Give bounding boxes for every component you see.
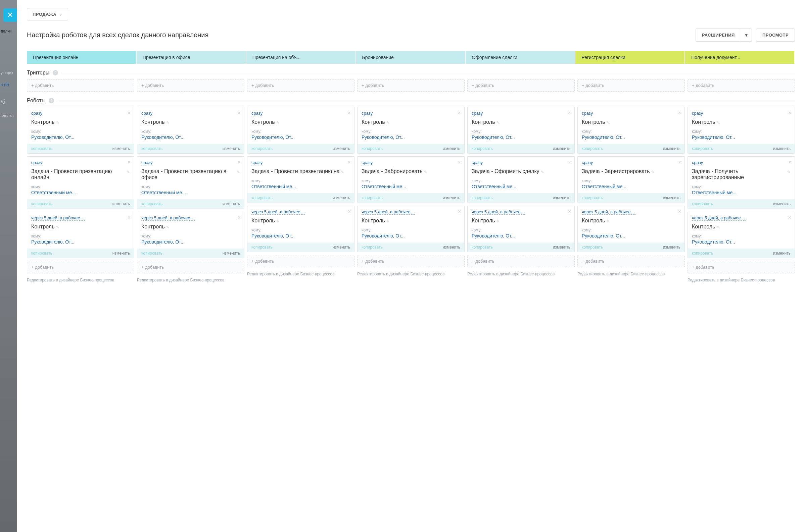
card-timing-link[interactable]: через 5 дней, в рабочее ... xyxy=(362,209,415,215)
stage-tab[interactable]: Презентация онлайн xyxy=(27,51,136,64)
card-timing-link[interactable]: через 5 дней, в рабочее ... xyxy=(472,209,525,215)
card-timing-link[interactable]: сразу xyxy=(141,111,152,116)
card-close-icon[interactable]: × xyxy=(238,159,241,165)
edit-pencil-icon[interactable]: ✎ xyxy=(717,120,720,125)
card-timing-link[interactable]: сразу xyxy=(692,160,703,165)
card-copy-link[interactable]: копировать xyxy=(141,202,163,206)
add-robot-button[interactable]: добавить xyxy=(137,261,244,273)
edit-pencil-icon[interactable]: ✎ xyxy=(166,120,169,125)
edit-pencil-icon[interactable]: ✎ xyxy=(127,170,130,174)
card-copy-link[interactable]: копировать xyxy=(582,245,603,250)
pipeline-dropdown[interactable]: ПРОДАЖА ⌄ xyxy=(27,8,68,20)
edit-pencil-icon[interactable]: ✎ xyxy=(386,120,390,125)
edit-pencil-icon[interactable]: ✎ xyxy=(424,170,427,174)
card-timing-link[interactable]: сразу xyxy=(252,111,262,116)
card-timing-link[interactable]: через 5 дней, в рабочее ... xyxy=(252,209,305,215)
card-copy-link[interactable]: копировать xyxy=(362,195,383,200)
card-close-icon[interactable]: × xyxy=(678,159,681,165)
add-robot-button[interactable]: добавить xyxy=(467,255,575,267)
edit-pencil-icon[interactable]: ✎ xyxy=(276,219,280,224)
card-copy-link[interactable]: копировать xyxy=(582,195,603,200)
edit-pencil-icon[interactable]: ✎ xyxy=(607,120,610,125)
add-trigger-button[interactable]: добавить xyxy=(137,79,244,92)
card-close-icon[interactable]: × xyxy=(348,209,351,215)
edit-pencil-icon[interactable]: ✎ xyxy=(607,219,610,224)
card-copy-link[interactable]: копировать xyxy=(252,195,273,200)
add-robot-button[interactable]: добавить xyxy=(578,255,685,267)
edit-pencil-icon[interactable]: ✎ xyxy=(651,170,655,174)
card-close-icon[interactable]: × xyxy=(568,110,571,116)
card-close-icon[interactable]: × xyxy=(128,159,131,165)
add-trigger-button[interactable]: добавить xyxy=(467,79,575,92)
card-close-icon[interactable]: × xyxy=(678,110,681,116)
card-edit-link[interactable]: изменить xyxy=(333,245,350,250)
add-trigger-button[interactable]: добавить xyxy=(357,79,464,92)
card-close-icon[interactable]: × xyxy=(458,209,461,215)
card-close-icon[interactable]: × xyxy=(788,159,791,165)
card-timing-link[interactable]: сразу xyxy=(472,111,483,116)
card-edit-link[interactable]: изменить xyxy=(223,251,240,255)
edit-pencil-icon[interactable]: ✎ xyxy=(386,219,390,224)
card-edit-link[interactable]: изменить xyxy=(112,251,130,255)
card-close-icon[interactable]: × xyxy=(788,110,791,116)
card-close-icon[interactable]: × xyxy=(238,215,241,221)
card-close-icon[interactable]: × xyxy=(128,110,131,116)
edit-pencil-icon[interactable]: ✎ xyxy=(496,219,500,224)
card-close-icon[interactable]: × xyxy=(678,209,681,215)
card-timing-link[interactable]: сразу xyxy=(31,111,42,116)
add-robot-button[interactable]: добавить xyxy=(688,261,795,273)
card-copy-link[interactable]: копировать xyxy=(692,202,713,206)
edit-pencil-icon[interactable]: ✎ xyxy=(496,120,500,125)
card-edit-link[interactable]: изменить xyxy=(333,195,350,200)
bp-designer-link[interactable]: Редактировать в дизайнере Бизнес-процесс… xyxy=(467,271,575,277)
card-copy-link[interactable]: копировать xyxy=(692,251,713,255)
bp-designer-link[interactable]: Редактировать в дизайнере Бизнес-процесс… xyxy=(27,278,134,283)
close-panel-button[interactable]: ✕ xyxy=(3,8,17,22)
card-timing-link[interactable]: через 5 дней, в рабочее ... xyxy=(692,215,746,221)
bp-designer-link[interactable]: Редактировать в дизайнере Бизнес-процесс… xyxy=(357,271,464,277)
card-close-icon[interactable]: × xyxy=(128,215,131,221)
help-icon[interactable]: ? xyxy=(53,70,58,75)
card-timing-link[interactable]: сразу xyxy=(362,160,373,165)
card-timing-link[interactable]: сразу xyxy=(141,160,152,165)
edit-pencil-icon[interactable]: ✎ xyxy=(341,170,344,174)
card-close-icon[interactable]: × xyxy=(458,110,461,116)
edit-pencil-icon[interactable]: ✎ xyxy=(787,170,790,174)
card-timing-link[interactable]: сразу xyxy=(582,111,593,116)
card-edit-link[interactable]: изменить xyxy=(773,146,790,151)
add-robot-button[interactable]: добавить xyxy=(357,255,464,267)
add-trigger-button[interactable]: добавить xyxy=(247,79,354,92)
bp-designer-link[interactable]: Редактировать в дизайнере Бизнес-процесс… xyxy=(578,271,685,277)
card-timing-link[interactable]: сразу xyxy=(31,160,42,165)
card-close-icon[interactable]: × xyxy=(568,159,571,165)
preview-button[interactable]: ПРОСМОТР xyxy=(756,28,795,42)
stage-tab[interactable]: Презентация на объ... xyxy=(246,51,355,64)
add-robot-button[interactable]: добавить xyxy=(247,255,354,267)
extensions-dropdown-toggle[interactable]: ▾ xyxy=(741,28,752,42)
card-edit-link[interactable]: изменить xyxy=(773,202,790,206)
card-copy-link[interactable]: копировать xyxy=(252,245,273,250)
card-edit-link[interactable]: изменить xyxy=(443,245,460,250)
add-trigger-button[interactable]: добавить xyxy=(27,79,134,92)
card-edit-link[interactable]: изменить xyxy=(333,146,350,151)
card-close-icon[interactable]: × xyxy=(238,110,241,116)
edit-pencil-icon[interactable]: ✎ xyxy=(56,120,59,125)
edit-pencil-icon[interactable]: ✎ xyxy=(237,170,240,174)
card-edit-link[interactable]: изменить xyxy=(663,195,680,200)
card-copy-link[interactable]: копировать xyxy=(692,146,713,151)
card-timing-link[interactable]: сразу xyxy=(582,160,593,165)
add-robot-button[interactable]: добавить xyxy=(27,261,134,273)
stage-tab[interactable]: Презентация в офисе xyxy=(136,51,246,64)
card-timing-link[interactable]: сразу xyxy=(692,111,703,116)
card-edit-link[interactable]: изменить xyxy=(553,245,570,250)
card-close-icon[interactable]: × xyxy=(458,159,461,165)
add-trigger-button[interactable]: добавить xyxy=(578,79,685,92)
bp-designer-link[interactable]: Редактировать в дизайнере Бизнес-процесс… xyxy=(247,271,354,277)
card-timing-link[interactable]: через 5 дней, в рабочее ... xyxy=(141,215,195,221)
card-close-icon[interactable]: × xyxy=(348,159,351,165)
card-edit-link[interactable]: изменить xyxy=(223,146,240,151)
card-copy-link[interactable]: копировать xyxy=(31,251,52,255)
edit-pencil-icon[interactable]: ✎ xyxy=(56,225,59,230)
card-copy-link[interactable]: копировать xyxy=(31,202,52,206)
edit-pencil-icon[interactable]: ✎ xyxy=(717,225,720,230)
